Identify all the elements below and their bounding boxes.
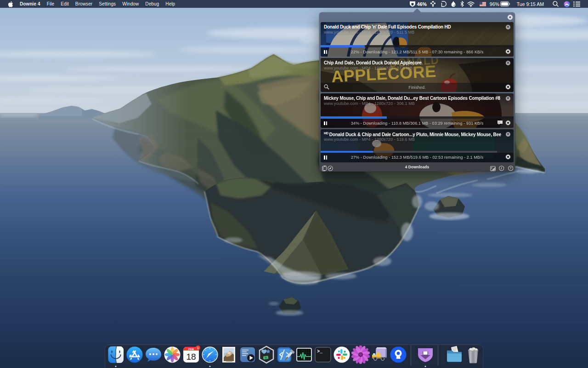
svg-text:>_: >_	[317, 349, 323, 354]
svg-text:1: 1	[197, 345, 199, 350]
svg-text:FEB: FEB	[188, 347, 194, 350]
svg-text:18: 18	[186, 352, 196, 362]
svg-text:•••: •••	[498, 121, 501, 123]
svg-text:?: ?	[509, 167, 511, 170]
